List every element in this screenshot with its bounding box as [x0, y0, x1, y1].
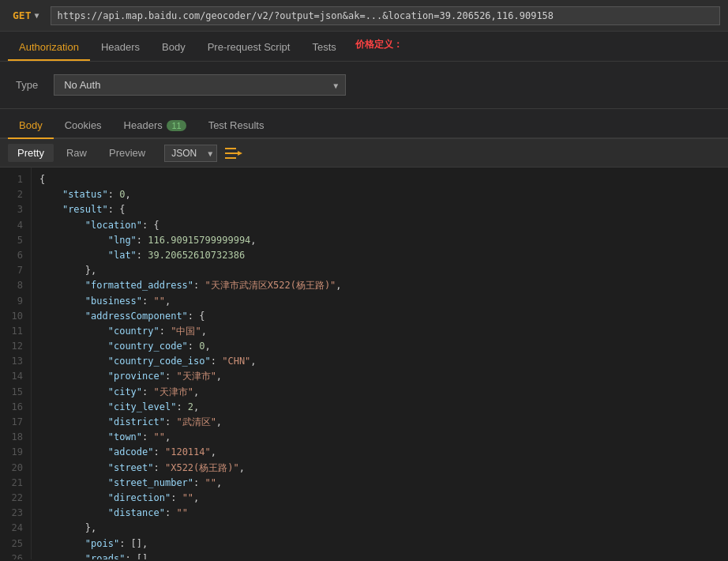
method-label: GET — [13, 9, 31, 21]
line-number: 23 — [5, 506, 23, 521]
wrap-lines-icon — [225, 146, 242, 160]
auth-type-select-wrapper: No Auth Bearer Token Basic Auth API Key … — [54, 74, 346, 96]
tab-authorization[interactable]: Authorization — [8, 35, 90, 61]
code-line: "lng": 116.90915799999994, — [39, 233, 720, 248]
line-number: 16 — [5, 400, 23, 415]
code-line: "province": "天津市", — [39, 369, 720, 384]
line-number: 20 — [5, 461, 23, 476]
subtab-preview[interactable]: Preview — [99, 144, 155, 162]
type-label: Type — [16, 79, 38, 91]
line-number: 22 — [5, 491, 23, 506]
code-line: "country_code": 0, — [39, 339, 720, 354]
svg-rect-1 — [225, 152, 239, 154]
error-label: 价格定义： — [355, 38, 403, 51]
code-line: }, — [39, 521, 720, 536]
code-line: "town": "", — [39, 430, 720, 445]
format-select-wrapper: JSON XML HTML Text — [164, 145, 217, 162]
tab-resp-cookies[interactable]: Cookies — [54, 113, 113, 139]
line-numbers: 1234567891011121314151617181920212223242… — [0, 168, 32, 559]
response-section: Body Cookies Headers 11 Test Results Pre… — [0, 109, 728, 559]
headers-badge: 11 — [167, 120, 186, 131]
line-number: 7 — [5, 263, 23, 278]
line-number: 2 — [5, 187, 23, 202]
code-line: }, — [39, 263, 720, 278]
tab-resp-headers[interactable]: Headers 11 — [113, 113, 197, 139]
svg-rect-2 — [225, 157, 236, 159]
line-number: 26 — [5, 552, 23, 559]
tab-headers[interactable]: Headers — [90, 35, 151, 61]
line-number: 17 — [5, 415, 23, 430]
code-line: "pois": [], — [39, 537, 720, 552]
line-number: 5 — [5, 233, 23, 248]
url-input[interactable] — [51, 6, 720, 25]
response-subtab-bar: Pretty Raw Preview JSON XML HTML Text — [0, 139, 728, 168]
code-line: "direction": "", — [39, 491, 720, 506]
request-tab-bar: Authorization Headers Body Pre-request S… — [0, 32, 728, 62]
code-line: "city_level": 2, — [39, 400, 720, 415]
line-number: 10 — [5, 309, 23, 324]
svg-marker-3 — [238, 151, 242, 156]
method-chevron-icon: ▼ — [34, 11, 39, 20]
code-line: "business": "", — [39, 294, 720, 309]
method-selector[interactable]: GET ▼ — [8, 7, 44, 24]
code-line: "roads": [], — [39, 552, 720, 559]
response-tab-bar: Body Cookies Headers 11 Test Results — [0, 109, 728, 139]
svg-rect-0 — [225, 148, 236, 149]
tab-resp-body[interactable]: Body — [8, 113, 54, 139]
code-line: "distance": "" — [39, 506, 720, 521]
code-line: "adcode": "120114", — [39, 445, 720, 460]
code-line: "country": "中国", — [39, 324, 720, 339]
line-number: 13 — [5, 354, 23, 369]
code-line: "city": "天津市", — [39, 385, 720, 400]
code-line: "formatted_address": "天津市武清区X522(杨王路)", — [39, 278, 720, 293]
code-line: "street_number": "", — [39, 476, 720, 491]
json-content: 1234567891011121314151617181920212223242… — [0, 168, 728, 559]
code-line: { — [39, 172, 720, 187]
tab-pre-request[interactable]: Pre-request Script — [197, 35, 302, 61]
code-line: "street": "X522(杨王路)", — [39, 461, 720, 476]
line-number: 6 — [5, 248, 23, 263]
line-number: 1 — [5, 172, 23, 187]
tab-resp-test-results[interactable]: Test Results — [197, 113, 276, 139]
line-number: 3 — [5, 202, 23, 217]
tab-body[interactable]: Body — [151, 35, 197, 61]
code-line: "status": 0, — [39, 187, 720, 202]
line-number: 14 — [5, 369, 23, 384]
line-number: 19 — [5, 445, 23, 460]
format-select[interactable]: JSON XML HTML Text — [164, 145, 217, 162]
line-number: 9 — [5, 294, 23, 309]
code-line: "lat": 39.20652610732386 — [39, 248, 720, 263]
line-number: 8 — [5, 278, 23, 293]
url-bar: GET ▼ — [0, 0, 728, 32]
wrap-icon[interactable] — [225, 146, 242, 160]
line-number: 25 — [5, 537, 23, 552]
line-number: 4 — [5, 218, 23, 233]
line-number: 21 — [5, 476, 23, 491]
line-number: 15 — [5, 385, 23, 400]
subtab-pretty[interactable]: Pretty — [8, 144, 54, 162]
code-line: "result": { — [39, 202, 720, 217]
code-area: { "status": 0, "result": { "location": {… — [32, 168, 728, 559]
line-number: 12 — [5, 339, 23, 354]
code-line: "location": { — [39, 218, 720, 233]
line-number: 24 — [5, 521, 23, 536]
auth-type-select[interactable]: No Auth Bearer Token Basic Auth API Key … — [54, 74, 346, 96]
line-number: 18 — [5, 430, 23, 445]
code-line: "district": "武清区", — [39, 415, 720, 430]
code-line: "country_code_iso": "CHN", — [39, 354, 720, 369]
code-line: "addressComponent": { — [39, 309, 720, 324]
tab-tests[interactable]: Tests — [301, 35, 347, 61]
line-number: 11 — [5, 324, 23, 339]
subtab-raw[interactable]: Raw — [57, 144, 96, 162]
auth-type-row: Type No Auth Bearer Token Basic Auth API… — [0, 62, 728, 109]
